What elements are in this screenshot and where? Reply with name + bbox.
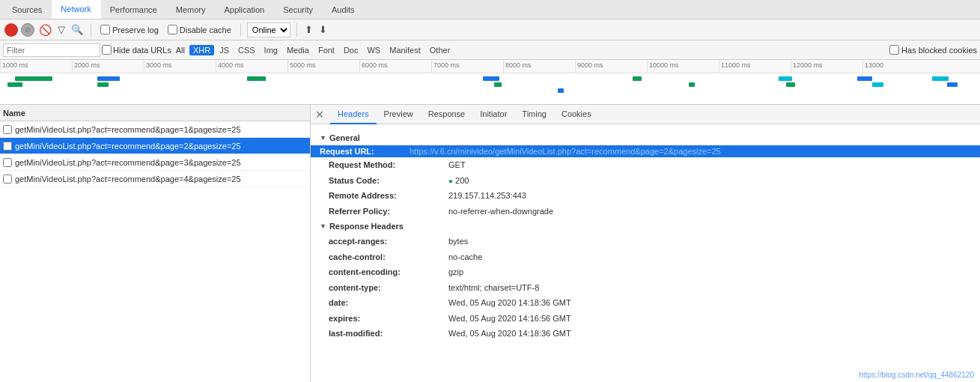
- tab-initiator[interactable]: Initiator: [472, 105, 514, 124]
- export-button[interactable]: ⬇: [317, 24, 329, 35]
- clear-button[interactable]: 🚫: [37, 24, 53, 36]
- disable-cache-label[interactable]: Disable cache: [165, 25, 234, 34]
- cache-control-value: no-cache: [448, 251, 482, 264]
- status-code-value: ● 200: [448, 175, 469, 187]
- tab-timing[interactable]: Timing: [514, 105, 554, 124]
- tab-memory[interactable]: Memory: [167, 0, 216, 19]
- filter-button[interactable]: ▽: [56, 24, 67, 35]
- details-close-button[interactable]: ✕: [312, 107, 327, 122]
- hide-data-urls-label[interactable]: Hide data URLs: [102, 45, 171, 55]
- last-modified-value: Wed, 05 Aug 2020 14:18:36 GMT: [448, 327, 571, 340]
- filter-all[interactable]: All: [173, 46, 188, 55]
- bar-8: [779, 76, 792, 81]
- tick-8000: 8000 ms: [503, 60, 575, 73]
- bar-6: [633, 76, 642, 81]
- bar-2b: [97, 82, 109, 87]
- request-checkbox-4[interactable]: [3, 175, 12, 184]
- request-url-value[interactable]: https://v.6.cn/minivideo/getMiniVideoLis…: [410, 147, 721, 156]
- status-code-key: Status Code:: [329, 175, 448, 187]
- status-green-dot: ●: [448, 177, 453, 185]
- tab-network[interactable]: Network: [52, 0, 100, 19]
- request-name-3: getMiniVideoList.php?act=recommend&page=…: [15, 158, 307, 167]
- tick-3000: 3000 ms: [144, 60, 216, 73]
- response-headers-section-header[interactable]: Response Headers: [320, 219, 971, 234]
- date-row: date: Wed, 05 Aug 2020 14:18:36 GMT: [320, 295, 971, 311]
- bar-9: [857, 76, 872, 81]
- filter-doc[interactable]: Doc: [340, 45, 362, 55]
- filter-other[interactable]: Other: [426, 45, 454, 55]
- tab-response[interactable]: Response: [421, 105, 473, 124]
- bar-9b: [872, 82, 883, 87]
- filter-font[interactable]: Font: [314, 45, 338, 55]
- filter-css[interactable]: CSS: [234, 45, 259, 55]
- tab-headers[interactable]: Headers: [330, 105, 377, 124]
- filter-manifest[interactable]: Manifest: [386, 45, 424, 55]
- bar-4b: [494, 82, 502, 87]
- tab-cookies[interactable]: Cookies: [554, 105, 599, 124]
- details-panel: ✕ Headers Preview Response Initiator Tim…: [311, 105, 980, 382]
- import-button[interactable]: ⬆: [303, 24, 314, 35]
- request-checkbox-3[interactable]: [3, 158, 12, 167]
- has-blocked-checkbox[interactable]: [889, 45, 899, 55]
- tick-7000: 7000 ms: [431, 60, 503, 73]
- request-method-value: GET: [448, 159, 466, 172]
- separator-3: [296, 23, 297, 37]
- accept-ranges-key: accept-ranges:: [329, 235, 448, 248]
- tick-9000: 9000 ms: [575, 60, 647, 73]
- request-name-2: getMiniVideoList.php?act=recommend&page=…: [15, 142, 307, 151]
- status-code-row: Status Code: ● 200: [320, 173, 971, 189]
- bar-1: [15, 76, 52, 81]
- remote-address-value: 219.157.114.253:443: [448, 190, 526, 202]
- requests-panel: Name getMiniVideoList.php?act=recommend&…: [0, 105, 311, 382]
- throttle-select[interactable]: Online: [247, 22, 290, 37]
- filter-ws[interactable]: WS: [363, 45, 384, 55]
- filter-media[interactable]: Media: [283, 45, 313, 55]
- filter-img[interactable]: Img: [261, 45, 281, 55]
- remote-address-row: Remote Address: 219.157.114.253:443: [320, 188, 971, 204]
- filter-xhr[interactable]: XHR: [189, 45, 214, 55]
- details-tabs: ✕ Headers Preview Response Initiator Tim…: [311, 105, 980, 124]
- stop-button[interactable]: ⊘: [21, 23, 34, 37]
- bar-3: [247, 76, 266, 81]
- filter-js[interactable]: JS: [216, 45, 233, 55]
- disable-cache-checkbox[interactable]: [168, 25, 177, 34]
- referrer-policy-key: Referrer Policy:: [329, 205, 448, 218]
- bar-4: [483, 76, 499, 81]
- tab-preview[interactable]: Preview: [377, 105, 421, 124]
- preserve-log-label[interactable]: Preserve log: [97, 25, 162, 34]
- request-row-selected[interactable]: getMiniVideoList.php?act=recommend&page=…: [0, 138, 310, 154]
- hide-data-urls-checkbox[interactable]: [102, 45, 112, 55]
- bar-7: [689, 82, 695, 87]
- search-button[interactable]: 🔍: [70, 24, 85, 35]
- request-checkbox-1[interactable]: [3, 125, 12, 134]
- tab-security[interactable]: Security: [274, 0, 323, 19]
- tick-12000: 12000 ms: [791, 60, 862, 73]
- tick-5000: 5000 ms: [287, 60, 359, 73]
- request-row-4[interactable]: getMiniVideoList.php?act=recommend&page=…: [0, 171, 310, 187]
- general-section-header[interactable]: General: [320, 130, 971, 145]
- timeline-waterfall: [0, 73, 980, 105]
- details-content: General Request URL: https://v.6.cn/mini…: [311, 124, 980, 348]
- tab-sources[interactable]: Sources: [3, 0, 52, 19]
- filter-input[interactable]: [3, 43, 100, 57]
- bar-10b: [947, 82, 958, 87]
- content-type-row: content-type: text/html; charset=UTF-8: [320, 280, 971, 296]
- last-modified-key: last-modified:: [329, 327, 448, 340]
- cache-control-key: cache-control:: [329, 251, 448, 264]
- request-checkbox-2[interactable]: [3, 142, 12, 151]
- tab-application[interactable]: Application: [215, 0, 274, 19]
- preserve-log-checkbox[interactable]: [100, 25, 110, 34]
- date-value: Wed, 05 Aug 2020 14:18:36 GMT: [448, 297, 571, 309]
- expires-key: expires:: [329, 312, 448, 325]
- record-button[interactable]: [4, 23, 18, 37]
- date-key: date:: [329, 297, 448, 309]
- tab-performance[interactable]: Performance: [101, 0, 167, 19]
- request-row[interactable]: getMiniVideoList.php?act=recommend&page=…: [0, 121, 310, 138]
- request-name-1: getMiniVideoList.php?act=recommend&page=…: [15, 125, 307, 134]
- tab-audits[interactable]: Audits: [323, 0, 365, 19]
- request-url-key: Request URL:: [320, 147, 410, 156]
- bar-1b: [7, 82, 22, 87]
- content-encoding-value: gzip: [448, 266, 463, 279]
- tick-6000: 6000 ms: [359, 60, 431, 73]
- request-row-3[interactable]: getMiniVideoList.php?act=recommend&page=…: [0, 154, 310, 171]
